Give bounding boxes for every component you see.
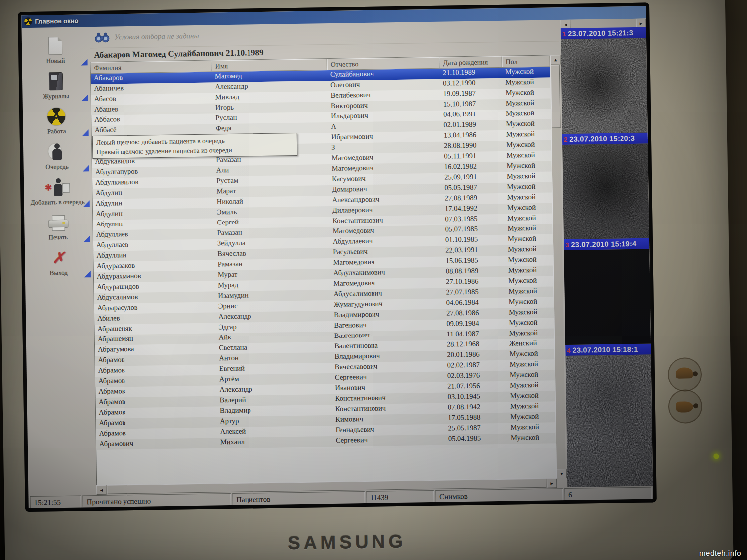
table-cell: Мужской (502, 88, 550, 99)
table-cell: Мужской (504, 224, 552, 234)
table-cell: 27.07.1985 (443, 287, 505, 299)
sidebar-button-4[interactable]: Очередь (27, 139, 87, 171)
snapshot-banner[interactable]: 423.07.2010 15:18:1 (565, 343, 651, 356)
snapshot-index: 4 (567, 346, 570, 354)
column-header[interactable]: Отчество (327, 57, 440, 70)
radiation-icon (47, 107, 66, 127)
column-header[interactable]: Пол (502, 55, 550, 67)
sidebar-button-2[interactable]: Журналы (26, 68, 86, 100)
column-header[interactable]: Фамилия (91, 61, 212, 74)
snapshot-thumbnail[interactable]: 123.07.2010 15:21:3 (561, 27, 648, 134)
sidebar-button-label: Работа (47, 127, 66, 135)
bezel-sticker (668, 389, 702, 424)
table-cell: 07.08.1942 (445, 402, 507, 414)
scintigram-image[interactable] (562, 144, 649, 240)
table-cell: Мужской (505, 286, 553, 297)
table-cell: 28.12.1968 (444, 339, 506, 351)
table-body: АбакаровМагомедСулайбанович21.10.1989Муж… (91, 67, 556, 485)
table-cell: 13.04.1986 (441, 130, 503, 142)
sidebar-button-3[interactable]: Работа (26, 104, 87, 135)
table-cell: Мужской (503, 119, 551, 130)
patients-table: ФамилияИмяОтчествоДата рожденияПол Абака… (90, 55, 557, 485)
scroll-down-button[interactable]: ▼ (557, 469, 567, 478)
snapshot-thumbnail[interactable]: 323.07.2010 15:19:4 (564, 238, 651, 345)
corner-fold-decoration (82, 129, 89, 136)
table-cell: 02.02.1987 (444, 360, 507, 372)
table-cell: Мужской (505, 265, 553, 276)
table-cell: Мужской (502, 77, 550, 88)
table-cell: 19.09.1987 (440, 89, 502, 100)
table-cell: 02.01.1989 (440, 120, 503, 131)
scroll-left-button[interactable]: ◄ (96, 485, 106, 495)
snapshot-index: 1 (562, 30, 566, 37)
snapshot-banner[interactable]: 323.07.2010 15:19:4 (564, 238, 649, 251)
screen-frame: Главное окно НовыйЖурналыРаботаОчередь✱Д… (18, 2, 657, 512)
snapshot-banner[interactable]: 223.07.2010 15:20:3 (562, 133, 648, 145)
scroll-right-button[interactable]: ► (547, 478, 557, 488)
scintigram-image[interactable] (564, 249, 651, 345)
table-cell: 05.11.1991 (441, 151, 503, 163)
table-cell: Мужской (507, 359, 555, 370)
samsung-logo: SAMSUNG (288, 531, 407, 554)
sidebar-button-1[interactable]: Новый (25, 33, 86, 65)
snapshot-thumbnail[interactable]: 223.07.2010 15:20:3 (562, 133, 649, 240)
vertical-scroll-thumb[interactable] (551, 65, 561, 128)
column-header[interactable]: Имя (212, 59, 327, 71)
table-cell: Мужской (504, 161, 552, 172)
table-cell: Мужской (506, 328, 554, 339)
table-cell: 04.06.1991 (440, 110, 503, 121)
queue-tooltip: Левый щелчок: добавить пациента в очеред… (92, 133, 298, 159)
filter-status-text: Условия отбора не заданы (114, 31, 199, 41)
sidebar-button-7[interactable]: ✗Выход (28, 245, 89, 277)
table-cell: Мужской (503, 98, 551, 109)
table-cell: Мужской (507, 412, 555, 423)
monitor-bezel: Главное окно НовыйЖурналыРаботаОчередь✱Д… (0, 0, 734, 560)
status-time: 15:21:55 (30, 496, 81, 509)
table-cell: Мужской (507, 380, 555, 391)
column-header[interactable]: Дата рождения (439, 56, 502, 68)
table-cell: Абрамович (96, 438, 217, 450)
table-cell: 07.03.1985 (442, 214, 504, 225)
queue-person-icon (48, 142, 66, 162)
table-cell: 15.06.1985 (442, 256, 505, 267)
table-cell: 15.10.1987 (440, 99, 503, 111)
table-cell: Мужской (506, 307, 554, 318)
corner-fold-decoration (81, 59, 87, 65)
snapshot-timestamp: 23.07.2010 15:19:4 (571, 240, 636, 249)
table-cell: 20.01.1986 (444, 350, 506, 361)
snapshot-banner[interactable]: 123.07.2010 15:21:3 (561, 27, 646, 40)
sidebar-button-5[interactable]: ✱Добавить в очередь (27, 174, 88, 206)
table-cell: 25.09.1991 (441, 172, 504, 184)
table-cell: Мужской (504, 203, 552, 214)
table-cell: 05.07.1985 (442, 224, 504, 236)
scintigram-image[interactable] (561, 38, 648, 134)
scintigram-image[interactable] (565, 354, 653, 487)
table-cell: 27.08.1986 (443, 308, 506, 320)
binoculars-icon (95, 31, 110, 43)
power-led (713, 454, 719, 459)
snapshot-timestamp: 23.07.2010 15:21:3 (568, 29, 633, 38)
bezel-sticker (667, 357, 702, 392)
table-cell: Мужской (507, 401, 555, 412)
scroll-up-button[interactable]: ▲ (550, 55, 560, 64)
table-cell: 28.08.1990 (441, 141, 503, 152)
corner-fold-decoration (84, 235, 90, 242)
table-cell: Мужской (507, 370, 555, 381)
exit-icon: ✗ (52, 248, 65, 268)
table-cell: Мужской (506, 318, 554, 329)
patients-count: 11439 (366, 490, 434, 504)
table-cell: 05.04.1985 (445, 434, 508, 445)
sidebar-button-6[interactable]: Печать (28, 210, 88, 241)
snapshot-thumbnail[interactable]: 423.07.2010 15:18:1 (565, 343, 653, 487)
table-cell: Мужской (504, 171, 552, 182)
table-cell: Мужской (505, 244, 553, 255)
new-document-icon (48, 36, 63, 56)
table-cell: 03.12.1990 (440, 78, 502, 90)
table-cell: Мужской (502, 67, 550, 78)
table-cell: 27.10.1986 (443, 277, 505, 288)
corner-fold-decoration (84, 271, 91, 277)
toolbar-sidebar: НовыйЖурналыРаботаОчередь✱Добавить в оче… (22, 27, 96, 495)
corner-fold-decoration (83, 165, 89, 171)
sidebar-button-label: Печать (48, 233, 68, 241)
photo-watermark: medteh.info (699, 549, 741, 557)
